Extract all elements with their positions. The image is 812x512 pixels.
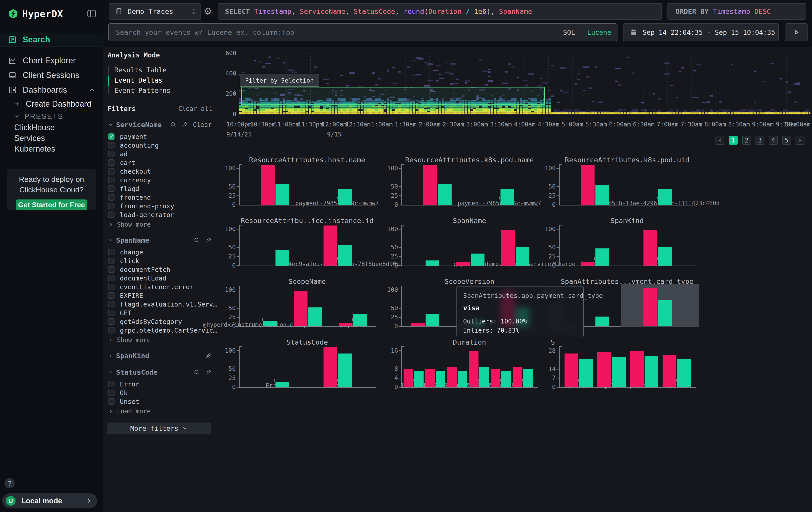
sidebar-item-chart-explorer[interactable]: Chart Explorer (0, 54, 103, 67)
search-icon[interactable] (170, 121, 177, 128)
create-dashboard-button[interactable]: Create Dashboard (13, 99, 91, 109)
sidebar-item-client-sessions[interactable]: Client Sessions (0, 69, 103, 81)
pin-icon[interactable] (205, 237, 212, 244)
checkbox[interactable] (108, 275, 115, 281)
checkbox[interactable] (108, 185, 115, 192)
chevron-down-icon[interactable] (108, 369, 113, 375)
sidebar-collapse-icon[interactable] (86, 8, 97, 19)
filter-checkbox-row[interactable]: currency (107, 176, 213, 184)
filter-by-selection-button[interactable]: Filter by Selection (240, 74, 319, 87)
pagination-next-button[interactable]: › (795, 136, 805, 145)
checkbox[interactable] (108, 284, 115, 290)
pin-icon[interactable] (205, 369, 212, 376)
select-clause-input[interactable]: SELECT Timestamp, ServiceName, StatusCod… (218, 3, 662, 20)
sidebar-item-search[interactable]: Search (0, 33, 103, 46)
pagination-page-5[interactable]: 5 (782, 136, 791, 145)
search-icon[interactable] (194, 237, 200, 244)
filter-group-name[interactable]: SpanKind (116, 352, 149, 360)
checkbox[interactable] (108, 398, 115, 405)
filter-group-clear-button[interactable]: Clear (193, 121, 212, 129)
heatmap-selection-rect[interactable] (241, 87, 545, 105)
show-more-button[interactable]: Show more (108, 336, 213, 344)
checkbox[interactable] (108, 151, 115, 157)
sidebar-preset-services[interactable]: Services (14, 134, 45, 143)
clear-all-filters-button[interactable]: Clear all (178, 105, 212, 112)
pagination-prev-button[interactable]: ‹ (716, 136, 724, 145)
search-input[interactable] (108, 23, 617, 41)
checkbox[interactable] (108, 389, 115, 396)
checkbox[interactable] (108, 249, 115, 255)
source-select[interactable]: Demo Traces (109, 3, 201, 20)
filter-checkbox-row[interactable]: frontend-proxy (107, 202, 213, 210)
checkbox[interactable] (108, 309, 115, 316)
run-query-button[interactable] (785, 23, 808, 41)
local-mode-button[interactable]: U Local mode (2, 493, 97, 508)
traces-heatmap-canvas[interactable] (239, 51, 810, 116)
pagination-page-3[interactable]: 3 (756, 136, 764, 145)
filter-checkbox-row[interactable]: load-generator (107, 210, 213, 219)
checkbox[interactable] (108, 301, 115, 307)
checkbox[interactable] (108, 381, 115, 387)
filter-checkbox-row[interactable]: change (107, 248, 213, 257)
filter-checkbox-row[interactable]: payment (107, 132, 213, 141)
sidebar-preset-kubernetes[interactable]: Kubernetes (14, 144, 55, 154)
presets-toggle[interactable]: PRESETS (14, 112, 63, 120)
filter-checkbox-row[interactable]: EXPIRE (107, 291, 213, 300)
filter-checkbox-row[interactable]: cart (107, 158, 213, 167)
load-more-button[interactable]: Load more (108, 408, 213, 415)
filter-checkbox-row[interactable]: ad (107, 150, 213, 158)
filter-checkbox-row[interactable]: Unset (107, 397, 213, 406)
filter-checkbox-row[interactable]: flagd (107, 184, 213, 193)
orderby-clause-input[interactable]: ORDER BY Timestamp DESC (667, 3, 806, 20)
filter-checkbox-row[interactable]: click (107, 257, 213, 265)
filter-checkbox-row[interactable]: flagd.evaluation.v1.Serv… (107, 300, 213, 308)
date-range-picker[interactable]: Sep 14 22:04:35 - Sep 15 10:04:35 (623, 23, 779, 41)
analysis-mode-results-table[interactable]: Results Table (114, 65, 213, 75)
checkbox[interactable] (108, 133, 115, 140)
pagination-page-2[interactable]: 2 (742, 136, 751, 145)
filter-checkbox-row[interactable]: Error (107, 380, 213, 388)
checkbox[interactable] (108, 194, 115, 200)
filter-group-name[interactable]: ServiceName (116, 120, 162, 129)
sidebar-item-dashboards[interactable]: Dashboards (0, 84, 103, 96)
sidebar-preset-clickhouse[interactable]: ClickHouse (14, 123, 55, 132)
pagination-page-1[interactable]: 1 (729, 136, 738, 145)
chevron-down-icon[interactable] (108, 237, 113, 243)
pin-icon[interactable] (181, 121, 188, 128)
filter-checkbox-row[interactable]: frontend (107, 193, 213, 202)
help-button[interactable]: ? (4, 478, 15, 488)
checkbox[interactable] (108, 142, 115, 149)
filter-checkbox-row[interactable]: GET (107, 308, 213, 317)
pagination-page-4[interactable]: 4 (769, 136, 778, 145)
pin-icon[interactable] (205, 352, 212, 359)
filter-checkbox-row[interactable]: documentFetch (107, 265, 213, 274)
sql-toggle[interactable]: SQL (563, 28, 575, 36)
filter-checkbox-row[interactable]: checkout (107, 167, 213, 176)
analysis-mode-event-patterns[interactable]: Event Patterns (114, 85, 213, 96)
more-filters-button[interactable]: More filters (107, 423, 211, 434)
filter-checkbox-row[interactable]: accounting (107, 141, 213, 150)
checkbox[interactable] (108, 203, 115, 209)
checkbox[interactable] (108, 258, 115, 264)
checkbox[interactable] (108, 159, 115, 166)
show-more-button[interactable]: Show more (108, 221, 213, 228)
filter-group-name[interactable]: SpanName (116, 236, 149, 244)
checkbox[interactable] (108, 266, 115, 273)
filter-checkbox-row[interactable]: documentLoad (107, 274, 213, 282)
get-started-button[interactable]: Get Started for Free (16, 199, 87, 210)
lucene-toggle[interactable]: Lucene (587, 28, 611, 36)
checkbox[interactable] (108, 318, 115, 325)
checkbox[interactable] (108, 168, 115, 174)
search-icon[interactable] (194, 369, 200, 376)
filter-checkbox-row[interactable]: Ok (107, 388, 213, 397)
filter-group-name[interactable]: StatusCode (116, 368, 157, 376)
source-settings-gear-icon[interactable]: ⚙ (204, 6, 212, 17)
chevron-down-icon[interactable] (108, 122, 113, 128)
checkbox[interactable] (108, 212, 115, 218)
analysis-mode-event-deltas[interactable]: Event Deltas (114, 75, 213, 85)
checkbox[interactable] (108, 292, 115, 299)
filter-checkbox-row[interactable]: eventListener.error (107, 282, 213, 291)
chevron-right-icon[interactable] (108, 353, 113, 359)
checkbox[interactable] (108, 327, 115, 333)
checkbox[interactable] (108, 177, 115, 183)
